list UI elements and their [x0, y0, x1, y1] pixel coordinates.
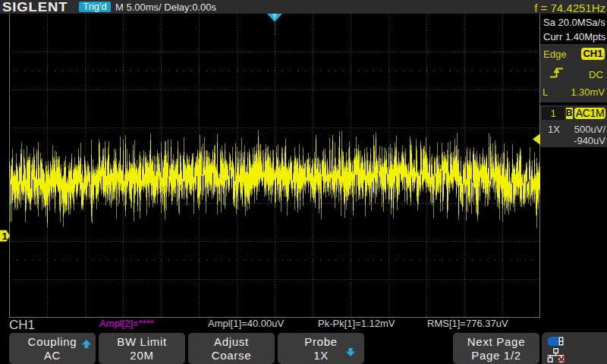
- svg-text:1: 1: [2, 231, 8, 242]
